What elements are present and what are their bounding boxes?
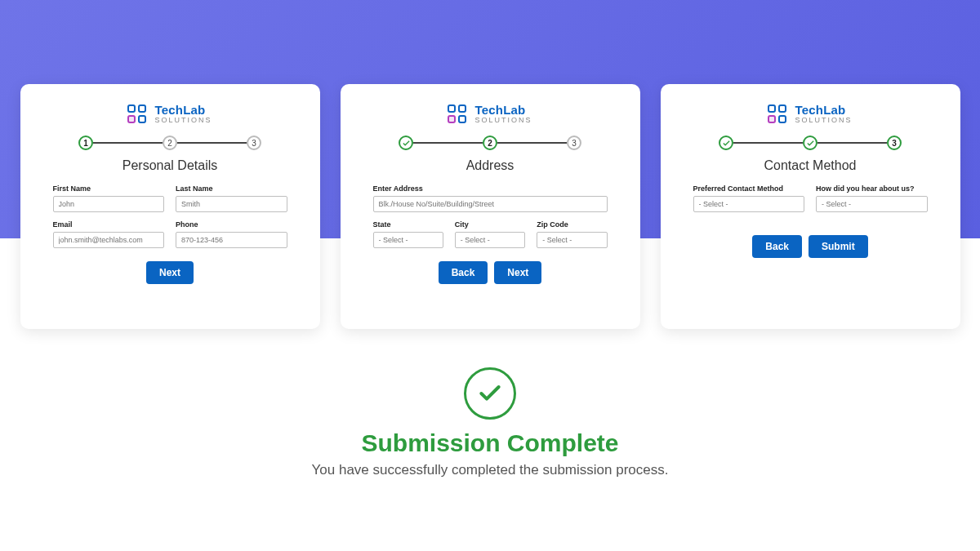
logo-mark-icon — [768, 104, 786, 123]
zip-select[interactable] — [537, 232, 607, 248]
step-1-done — [399, 136, 413, 150]
step-line — [93, 142, 163, 144]
field-email: Email — [53, 220, 165, 248]
first-name-input[interactable] — [53, 196, 165, 212]
field-preferred-contact: Preferred Contact Method — [693, 184, 805, 212]
step-line — [177, 142, 247, 144]
email-label: Email — [53, 220, 165, 229]
address-label: Enter Address — [373, 184, 608, 193]
field-address: Enter Address — [373, 184, 608, 212]
state-select[interactable] — [373, 232, 443, 248]
stepper: 2 3 — [373, 136, 608, 150]
field-phone: Phone — [176, 220, 287, 248]
first-name-label: First Name — [53, 184, 165, 193]
step-1-done — [719, 136, 733, 150]
step-2: 2 — [163, 136, 177, 150]
next-button[interactable]: Next — [494, 261, 541, 284]
card-address: TechLab SOLUTIONS 2 3 Address Enter Addr… — [341, 84, 640, 329]
brand-sub: SOLUTIONS — [154, 117, 212, 124]
complete-title: Submission Complete — [0, 429, 980, 457]
check-icon — [806, 139, 815, 148]
brand-logo: TechLab SOLUTIONS — [693, 104, 928, 124]
brand-sub: SOLUTIONS — [474, 117, 532, 124]
submission-complete: Submission Complete You have successfull… — [0, 367, 980, 478]
logo-mark-icon — [448, 104, 466, 123]
preferred-contact-label: Preferred Contact Method — [693, 184, 805, 193]
step-1: 1 — [78, 136, 93, 150]
step-3: 3 — [567, 136, 581, 150]
step-2-done — [803, 136, 817, 150]
step-line — [497, 142, 567, 144]
brand-sub: SOLUTIONS — [795, 117, 852, 124]
field-first-name: First Name — [53, 184, 165, 212]
card-contact-method: TechLab SOLUTIONS 3 Contact Method Prefe… — [661, 84, 960, 329]
hear-about-select[interactable] — [816, 196, 928, 212]
back-button[interactable]: Back — [439, 261, 488, 284]
field-city: City — [455, 220, 525, 248]
stepper: 3 — [693, 136, 928, 150]
brand-text: TechLab SOLUTIONS — [474, 104, 532, 124]
phone-label: Phone — [176, 220, 287, 229]
check-icon — [722, 139, 731, 148]
section-title: Personal Details — [53, 158, 287, 173]
brand-logo: TechLab SOLUTIONS — [53, 104, 287, 124]
brand-logo: TechLab SOLUTIONS — [373, 104, 608, 124]
brand-name: TechLab — [154, 104, 212, 117]
hear-about-label: How did you hear about us? — [816, 184, 928, 193]
submit-button[interactable]: Submit — [808, 235, 868, 258]
city-label: City — [455, 220, 525, 229]
last-name-label: Last Name — [176, 184, 287, 193]
step-line — [733, 142, 803, 144]
back-button[interactable]: Back — [752, 235, 802, 258]
preferred-contact-select[interactable] — [693, 196, 805, 212]
field-last-name: Last Name — [176, 184, 287, 212]
card-personal-details: TechLab SOLUTIONS 1 2 3 Personal Details… — [20, 84, 320, 329]
phone-input[interactable] — [176, 232, 287, 248]
stepper: 1 2 3 — [53, 136, 287, 150]
field-hear-about: How did you hear about us? — [816, 184, 928, 212]
wizard-cards: TechLab SOLUTIONS 1 2 3 Personal Details… — [0, 84, 980, 329]
email-input[interactable] — [53, 232, 165, 248]
logo-mark-icon — [127, 104, 146, 123]
step-2: 2 — [483, 136, 497, 150]
city-select[interactable] — [455, 232, 525, 248]
brand-text: TechLab SOLUTIONS — [154, 104, 212, 124]
next-button[interactable]: Next — [146, 261, 194, 284]
brand-text: TechLab SOLUTIONS — [795, 104, 852, 124]
complete-message: You have successfully completed the subm… — [0, 462, 980, 478]
step-3: 3 — [247, 136, 261, 150]
step-3: 3 — [887, 136, 902, 150]
brand-name: TechLab — [474, 104, 532, 117]
section-title: Contact Method — [693, 158, 928, 173]
check-icon — [402, 139, 411, 148]
step-line — [817, 142, 887, 144]
brand-name: TechLab — [795, 104, 852, 117]
address-input[interactable] — [373, 196, 608, 212]
state-label: State — [373, 220, 443, 229]
section-title: Address — [373, 158, 608, 173]
step-line — [413, 142, 483, 144]
field-zip: Zip Code — [537, 220, 607, 248]
zip-label: Zip Code — [537, 220, 607, 229]
field-state: State — [373, 220, 443, 248]
last-name-input[interactable] — [176, 196, 287, 212]
success-check-icon — [464, 367, 516, 420]
